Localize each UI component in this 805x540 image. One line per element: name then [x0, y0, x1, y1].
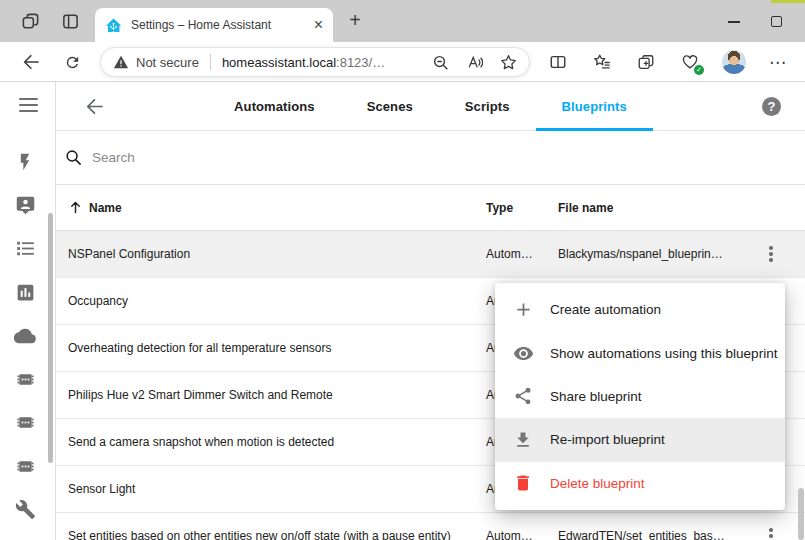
table-row[interactable]: Set entities based on other entities new… [56, 513, 805, 540]
tab-scripts[interactable]: Scripts [439, 82, 536, 131]
blueprint-context-menu: Create automation Show automations using… [495, 283, 785, 510]
menu-item-reimport-blueprint[interactable]: Re-import blueprint [495, 418, 785, 461]
browser-window: Settings – Home Assistant × + Not secure [0, 0, 805, 540]
share-icon [512, 385, 534, 407]
not-secure-warning-icon [113, 54, 129, 70]
settings-tabs: Automations Scenes Scripts Blueprints [56, 82, 805, 131]
sidebar-person-badge-icon[interactable] [0, 184, 50, 228]
home-assistant-favicon [105, 17, 122, 34]
page-scrollbar[interactable] [798, 488, 804, 540]
new-tab-button[interactable]: + [341, 8, 369, 34]
sidebar-memory-chip-icon[interactable] [0, 358, 50, 402]
sidebar-memory-chip-icon[interactable] [0, 401, 50, 445]
help-icon[interactable]: ? [762, 97, 781, 116]
column-type[interactable]: Type [486, 201, 558, 215]
sidebar-memory-chip-icon[interactable] [0, 445, 50, 489]
collections-icon[interactable] [634, 50, 658, 74]
window-maximize-button[interactable] [771, 16, 782, 27]
address-bar[interactable]: Not secure homeassistant.local:8123/… [100, 47, 530, 77]
tab-automations[interactable]: Automations [208, 82, 341, 131]
url-path: :8123/… [336, 55, 385, 70]
trash-icon [512, 472, 534, 494]
workspaces-icon[interactable] [18, 9, 42, 33]
zoom-out-icon[interactable] [432, 54, 449, 71]
read-aloud-icon[interactable] [466, 54, 483, 71]
home-assistant-app: Automations Scenes Scripts Blueprints ? [0, 82, 805, 540]
active-browser-tab[interactable]: Settings – Home Assistant × [95, 8, 333, 42]
table-header: Name Type File name [56, 185, 805, 231]
tab-actions-icon[interactable] [58, 9, 82, 33]
favorite-star-icon[interactable] [500, 54, 517, 71]
row-overflow-menu-icon[interactable] [764, 526, 778, 540]
page-header: Automations Scenes Scripts Blueprints ? [56, 82, 805, 131]
sidebar-lightning-bolt-icon[interactable] [0, 140, 50, 184]
search-bar [56, 131, 805, 185]
page-back-icon[interactable] [81, 94, 105, 118]
menu-item-show-automations[interactable]: Show automations using this blueprint [495, 331, 785, 374]
essentials-check-badge: ✓ [694, 65, 704, 75]
url-text[interactable]: homeassistant.local:8123/… [222, 55, 385, 70]
column-file-name[interactable]: File name [558, 201, 764, 215]
ha-sidebar [0, 82, 56, 540]
plus-icon [512, 299, 534, 321]
table-row[interactable]: NSPanel Configuration Autom… Blackymas/n… [56, 231, 805, 278]
tab-title: Settings – Home Assistant [131, 18, 308, 32]
sidebar-scrollbar[interactable] [48, 213, 53, 463]
tab-scenes[interactable]: Scenes [341, 82, 439, 131]
browser-essentials-icon[interactable]: ✓ [678, 50, 702, 74]
menu-item-delete-blueprint[interactable]: Delete blueprint [495, 462, 785, 505]
browser-toolbar: Not secure homeassistant.local:8123/… [0, 42, 805, 82]
menu-item-share-blueprint[interactable]: Share blueprint [495, 375, 785, 418]
menu-item-create-automation[interactable]: Create automation [495, 288, 785, 331]
background-sliver [771, 0, 805, 3]
sidebar-wrench-icon[interactable] [0, 488, 50, 532]
toolbar-actions: ✓ ⋯ [546, 50, 790, 74]
security-label[interactable]: Not secure [136, 55, 199, 70]
close-tab-icon[interactable]: × [314, 17, 323, 33]
tab-blueprints[interactable]: Blueprints [536, 82, 653, 131]
url-host: homeassistant.local [222, 55, 336, 70]
back-icon[interactable] [18, 50, 42, 74]
row-overflow-menu-icon[interactable] [764, 244, 778, 264]
download-icon [512, 429, 534, 451]
divider [210, 54, 211, 70]
window-minimize-button[interactable] [728, 21, 740, 23]
eye-icon [512, 342, 534, 364]
sidebar-todo-list-icon[interactable] [0, 227, 50, 271]
favorites-icon[interactable] [590, 50, 614, 74]
search-icon [61, 146, 85, 170]
browser-titlebar: Settings – Home Assistant × + [0, 0, 805, 42]
profile-avatar[interactable] [722, 50, 746, 74]
sidebar-statistics-icon[interactable] [0, 271, 50, 315]
column-name[interactable]: Name [68, 200, 486, 215]
more-menu-icon[interactable]: ⋯ [766, 50, 790, 74]
search-input[interactable] [92, 150, 512, 165]
menu-hamburger-icon[interactable] [19, 98, 38, 116]
sort-ascending-icon [68, 200, 83, 215]
refresh-icon[interactable] [60, 50, 84, 74]
split-screen-icon[interactable] [546, 50, 570, 74]
sidebar-cloud-icon[interactable] [0, 314, 50, 358]
